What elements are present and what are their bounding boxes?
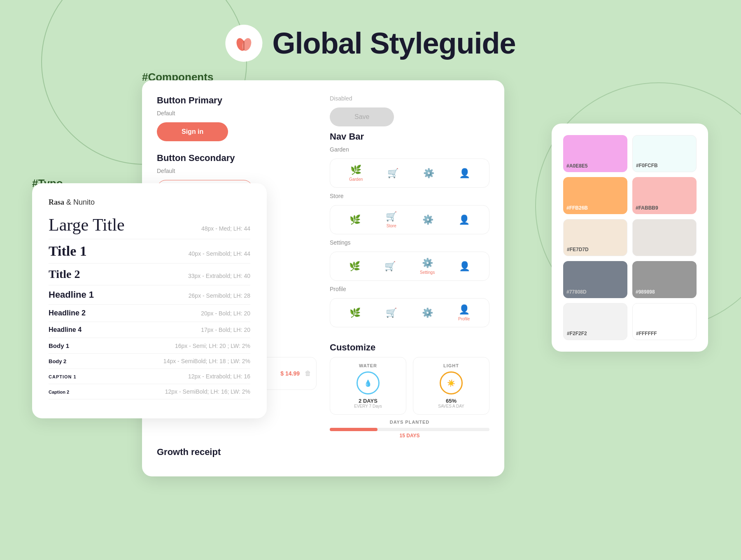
cart-icon-settings: 🛒 <box>384 261 396 272</box>
profile-active-label: Profile <box>458 317 470 321</box>
growth-receipt-title: Growth receipt <box>157 447 489 457</box>
light-label: LIGHT <box>419 363 483 368</box>
light-icon: ☀️ <box>447 379 455 387</box>
nav-store-profile-icon: 👤 <box>459 215 470 225</box>
navbar-settings[interactable]: 🌿 🛒 ⚙️Settings 👤 <box>330 252 489 281</box>
large-title-spec: 48px - Med; LH: 44 <box>201 225 250 232</box>
headline2-spec: 20px - Bold; LH: 20 <box>201 310 250 317</box>
garden-label: Garden <box>330 146 489 153</box>
days-bar-fill <box>330 428 377 431</box>
swatch-3-label: #FFB26B <box>566 205 588 211</box>
store-nav-label: Store <box>387 224 396 228</box>
profile-nav-label: Profile <box>330 286 489 292</box>
swatch-5: #FE7D7D <box>563 219 627 256</box>
header: Global Styleguide <box>225 25 515 62</box>
settings-icon-profile: ⚙️ <box>422 308 433 318</box>
navbar-store[interactable]: 🌿 🛒Store ⚙️ 👤 <box>330 205 489 234</box>
logo-icon <box>233 33 254 54</box>
cart-icon: 🛒 <box>387 168 398 179</box>
swatch-10-label: #FFFFFF <box>636 331 657 336</box>
font-name-bold: Rasa <box>49 198 64 206</box>
water-dial[interactable]: 💧 <box>357 371 380 394</box>
sign-in-button[interactable]: Sign in <box>157 122 228 141</box>
body1-sample: Body 1 <box>49 342 167 349</box>
nav-garden-icon-wrap: 🌿 Garden <box>349 165 363 182</box>
nav-store-garden-icon: 🌿 <box>350 215 361 225</box>
cart-price: $ 14.99 <box>280 370 300 377</box>
caption1-sample: CAPTION 1 <box>49 374 180 379</box>
typo-title1: Title 1 40px - Semibold; LH: 44 <box>49 243 250 264</box>
profile-icon-settings: 👤 <box>459 261 470 272</box>
swatch-5-label: #FE7D7D <box>567 247 589 252</box>
nav-settings-icon-wrap: ⚙️ <box>423 168 434 179</box>
settings-active-label: Settings <box>420 270 435 275</box>
swatch-7-label: #77808D <box>566 289 587 295</box>
nav-prof-garden: 🌿 <box>350 308 361 318</box>
profile-icon-store: 👤 <box>459 215 470 225</box>
typo-title2: Title 2 33px - Extrabold; LH: 40 <box>49 268 250 285</box>
colors-card: #A0E8E5 #F0FCFB #FFB26B #FABBB9 #FE7D7D … <box>552 124 708 352</box>
title2-spec: 33px - Extrabold; LH: 40 <box>188 273 250 279</box>
settings-icon-store: ⚙️ <box>422 215 433 225</box>
large-title-sample: Large Title <box>49 215 193 235</box>
swatch-6 <box>632 219 697 256</box>
font-header: Rasa & Nunito <box>49 198 250 207</box>
headline1-spec: 26px - Semibold; LH: 28 <box>189 292 250 299</box>
settings-nav-label: Settings <box>330 239 489 246</box>
btn-primary-title: Button Primary <box>157 95 317 106</box>
garden-active-icon: 🌿 <box>350 165 361 175</box>
light-card: LIGHT ☀️ 65% SAVES A DAY <box>413 357 489 415</box>
navbar-title: Nav Bar <box>330 131 489 142</box>
navbar-garden[interactable]: 🌿 Garden 🛒 ⚙️ 👤 <box>330 159 489 188</box>
swatch-3: #FFB26B <box>563 177 627 214</box>
swatch-7: #77808D <box>563 261 627 298</box>
swatch-8-label: #989898 <box>636 289 655 295</box>
headline2-sample: Headline 2 <box>49 309 193 317</box>
typo-caption2: Caption 2 12px - SemiBold; LH: 16; LW: 2… <box>49 388 250 399</box>
days-planted-section: DAYS PLANTED 15 DAYS <box>330 420 489 439</box>
water-label: WATER <box>336 363 400 368</box>
caption2-spec: 12px - SemiBold; LH: 16; LW: 2% <box>165 388 250 395</box>
body2-sample: Body 2 <box>49 358 155 364</box>
headline4-spec: 17px - Bold; LH: 20 <box>201 327 250 333</box>
store-active-icon: 🛒 <box>386 211 397 222</box>
nav-prof-settings: ⚙️ <box>422 308 433 318</box>
swatch-10: #FFFFFF <box>632 303 697 340</box>
typo-headline1: Headline 1 26px - Semibold; LH: 28 <box>49 289 250 305</box>
disabled-section: Disabled Save <box>330 95 489 126</box>
swatch-1-label: #A0E8E5 <box>566 163 587 169</box>
body2-spec: 14px - SemiBold; LH: 18 ; LW: 2% <box>163 358 250 364</box>
trash-icon[interactable]: 🗑 <box>305 370 311 377</box>
navbar-section: Nav Bar Garden 🌿 Garden 🛒 ⚙️ 👤 <box>330 131 489 327</box>
swatch-1: #A0E8E5 <box>563 135 627 172</box>
nav-set-profile: 👤 <box>459 261 470 272</box>
typo-headline4: Headline 4 17px - Bold; LH: 20 <box>49 326 250 338</box>
font-separator: & Nunito <box>66 198 95 206</box>
headline4-sample: Headline 4 <box>49 326 193 334</box>
swatch-2-label: #F0FCFB <box>636 163 658 168</box>
swatch-4-label: #FABBB9 <box>636 205 658 211</box>
store-label: Store <box>330 193 489 199</box>
customize-title: Customize <box>330 342 489 353</box>
headline1-sample: Headline 1 <box>49 289 180 300</box>
garden-icon-profile: 🌿 <box>350 308 361 318</box>
disabled-label: Disabled <box>330 95 489 102</box>
swatch-2: #F0FCFB <box>632 135 697 172</box>
typo-body1: Body 1 16px - Semi; LH: 20 ; LW: 2% <box>49 342 250 354</box>
nav-cart-icon-wrap: 🛒 <box>387 168 398 179</box>
light-dial[interactable]: ☀️ <box>440 371 463 394</box>
garden-icon-settings: 🌿 <box>349 261 360 272</box>
typo-caption1: CAPTION 1 12px - Extrabold; LH: 16 <box>49 373 250 384</box>
title1-spec: 40px - Semibold; LH: 44 <box>189 250 250 257</box>
nav-set-settings-wrap: ⚙️Settings <box>420 258 435 275</box>
water-days: 2 DAYS <box>336 398 400 404</box>
nav-profile-icon-wrap: 👤 <box>459 168 470 179</box>
btn-primary-default-label: Default <box>157 110 317 117</box>
profile-active-icon: 👤 <box>459 304 470 315</box>
navbar-profile[interactable]: 🌿 🛒 ⚙️ 👤Profile <box>330 298 489 327</box>
nav-store-settings-icon: ⚙️ <box>422 215 433 225</box>
typo-headline2: Headline 2 20px - Bold; LH: 20 <box>49 309 250 322</box>
water-card: WATER 💧 2 DAYS EVERY 7 Days <box>330 357 406 415</box>
nav-prof-profile-wrap: 👤Profile <box>458 304 470 321</box>
save-disabled-button: Save <box>330 107 394 126</box>
